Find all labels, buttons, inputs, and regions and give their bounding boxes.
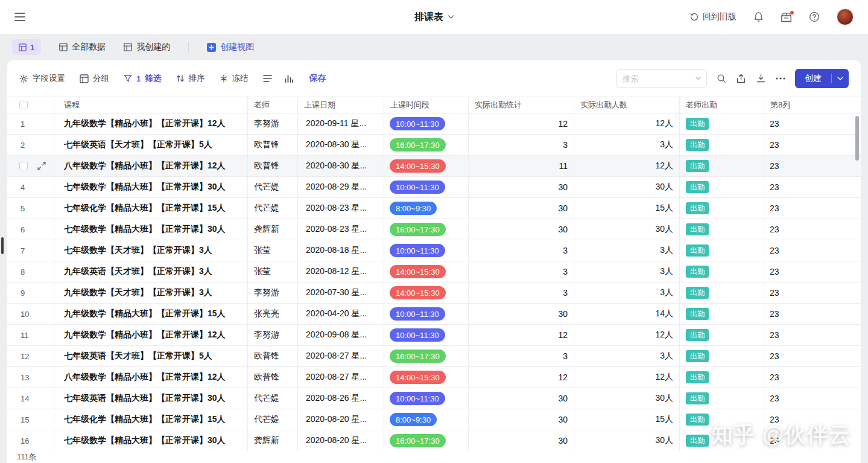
col8-cell[interactable]: 23 xyxy=(764,219,861,240)
time-cell[interactable]: 16:00~17:30 xyxy=(384,135,469,155)
table-row[interactable]: 1 九年级数学【精品小班】【正常开课】12人 李努游 2020-09-11 星.… xyxy=(7,113,861,135)
col8-cell[interactable]: 23 xyxy=(764,113,861,134)
teacher-cell[interactable]: 欧普锋 xyxy=(248,367,298,388)
row-handle-cell[interactable]: 16 xyxy=(14,430,54,451)
time-cell[interactable]: 10:00~11:30 xyxy=(384,304,469,324)
attendance-cell[interactable]: 出勤 xyxy=(680,156,764,176)
course-cell[interactable]: 七年级英语【天才班】【正常开课】5人 xyxy=(54,135,248,155)
vertical-scrollbar-thumb[interactable] xyxy=(855,116,859,161)
time-cell[interactable]: 10:00~11:30 xyxy=(384,388,469,409)
table-row[interactable]: 15 七年级化学【精品大班】【正常开课】15人 代芒媞 2020-08-20 星… xyxy=(7,409,861,430)
inbox-icon[interactable] xyxy=(781,12,792,22)
col8-cell[interactable]: 23 xyxy=(764,283,861,303)
stat-cell[interactable]: 12 xyxy=(469,113,574,134)
row-handle-cell[interactable]: 12 xyxy=(14,346,54,366)
date-cell[interactable]: 2020-08-20 星... xyxy=(298,409,384,430)
page-title-dropdown[interactable]: 排课表 xyxy=(414,11,454,24)
attendance-cell[interactable]: 出勤 xyxy=(680,240,764,261)
table-row[interactable]: 7 七年级数学【天才班】【正常开课】3人 张莹 2020-08-18 星... … xyxy=(7,240,861,261)
col8-cell[interactable]: 23 xyxy=(764,430,861,451)
field-settings-button[interactable]: 字段设置 xyxy=(19,73,65,84)
teacher-cell[interactable]: 李努游 xyxy=(248,283,298,303)
stat-cell[interactable]: 30 xyxy=(469,198,574,219)
time-cell[interactable]: 10:00~11:30 xyxy=(384,177,469,197)
date-cell[interactable]: 2020-08-27 星... xyxy=(298,367,384,388)
teacher-cell[interactable]: 龚辉新 xyxy=(248,219,298,240)
stat-cell[interactable]: 3 xyxy=(469,240,574,261)
course-cell[interactable]: 七年级数学【天才班】【正常开课】3人 xyxy=(54,240,248,261)
row-handle-cell[interactable]: 6 xyxy=(14,219,54,240)
tab-active-view[interactable]: 1 xyxy=(12,39,41,55)
search-box[interactable] xyxy=(616,69,707,88)
stat-cell[interactable]: 30 xyxy=(469,304,574,324)
table-row[interactable]: 6 七年级数学【精品大班】【正常开课】30人 龚辉新 2020-08-23 星.… xyxy=(7,219,861,240)
stat-cell[interactable]: 3 xyxy=(469,261,574,282)
count-cell[interactable]: 12人 xyxy=(574,325,680,345)
time-cell[interactable]: 14:00~15:30 xyxy=(384,283,469,303)
date-cell[interactable]: 2020-08-30 星... xyxy=(298,135,384,155)
count-cell[interactable]: 3人 xyxy=(574,261,680,282)
stat-cell[interactable]: 3 xyxy=(469,346,574,366)
attendance-cell[interactable]: 出勤 xyxy=(680,367,764,388)
attendance-cell[interactable]: 出勤 xyxy=(680,198,764,219)
table-row[interactable]: 3 八年级数学【精品小班】【正常开课】12人 欧普锋 2020-08-30 星.… xyxy=(7,156,861,177)
attendance-cell[interactable]: 出勤 xyxy=(680,409,764,430)
teacher-cell[interactable]: 张莹 xyxy=(248,240,298,261)
teacher-cell[interactable]: 李努游 xyxy=(248,325,298,345)
search-icon[interactable] xyxy=(717,74,726,83)
table-row[interactable]: 2 七年级英语【天才班】【正常开课】5人 欧普锋 2020-08-30 星...… xyxy=(7,135,861,156)
tab-all-data[interactable]: 全部数据 xyxy=(59,42,106,53)
course-cell[interactable]: 七年级数学【精品大班】【正常开课】30人 xyxy=(54,430,248,451)
count-cell[interactable]: 3人 xyxy=(574,283,680,303)
stat-cell[interactable]: 12 xyxy=(469,325,574,345)
date-cell[interactable]: 2020-09-08 星... xyxy=(298,325,384,345)
col8-cell[interactable]: 23 xyxy=(764,135,861,155)
stat-cell[interactable]: 3 xyxy=(469,283,574,303)
date-cell[interactable]: 2020-08-26 星... xyxy=(298,388,384,409)
course-cell[interactable]: 九年级数学【精品大班】【正常开课】15人 xyxy=(54,304,248,324)
row-checkbox[interactable] xyxy=(19,162,28,170)
attendance-cell[interactable]: 出勤 xyxy=(680,135,764,155)
count-cell[interactable]: 3人 xyxy=(574,240,680,261)
create-button[interactable]: 创建 xyxy=(795,69,849,88)
course-cell[interactable]: 七年级数学【精品大班】【正常开课】30人 xyxy=(54,219,248,240)
save-button[interactable]: 保存 xyxy=(309,73,326,84)
teacher-cell[interactable]: 代芒媞 xyxy=(248,388,298,409)
teacher-cell[interactable]: 李努游 xyxy=(248,113,298,134)
count-cell[interactable]: 30人 xyxy=(574,388,680,409)
freeze-button[interactable]: 冻结 xyxy=(220,73,249,84)
table-row[interactable]: 5 七年级化学【精品大班】【正常开课】15人 代芒媞 2020-08-23 星.… xyxy=(7,198,861,219)
more-icon[interactable] xyxy=(776,77,785,80)
column-header-teacher[interactable]: 老师 xyxy=(248,97,298,113)
count-cell[interactable]: 3人 xyxy=(574,135,680,155)
table-row[interactable]: 11 九年级数学【精品小班】【正常开课】12人 李努游 2020-09-08 星… xyxy=(7,325,861,346)
date-cell[interactable]: 2020-08-23 星... xyxy=(298,219,384,240)
stat-cell[interactable]: 30 xyxy=(469,219,574,240)
help-icon[interactable] xyxy=(809,11,820,22)
download-icon[interactable] xyxy=(756,74,766,83)
avatar[interactable] xyxy=(837,8,854,25)
attendance-cell[interactable]: 出勤 xyxy=(680,346,764,366)
count-cell[interactable]: 30人 xyxy=(574,430,680,451)
date-cell[interactable]: 2020-08-23 星... xyxy=(298,198,384,219)
teacher-cell[interactable]: 张莹 xyxy=(248,261,298,282)
col8-cell[interactable]: 23 xyxy=(764,346,861,366)
row-handle-cell[interactable]: 2 xyxy=(14,135,54,155)
time-cell[interactable]: 10:00~11:30 xyxy=(384,240,469,261)
row-handle-cell[interactable]: 5 xyxy=(14,198,54,219)
stat-cell[interactable]: 11 xyxy=(469,156,574,176)
column-header-time[interactable]: 上课时间段 xyxy=(384,97,469,113)
col8-cell[interactable]: 23 xyxy=(764,198,861,219)
date-cell[interactable]: 2020-08-30 星... xyxy=(298,156,384,176)
stat-cell[interactable]: 30 xyxy=(469,409,574,430)
col8-cell[interactable]: 23 xyxy=(764,325,861,345)
teacher-cell[interactable]: 欧普锋 xyxy=(248,346,298,366)
stat-cell[interactable]: 30 xyxy=(469,177,574,197)
time-cell[interactable]: 16:00~17:30 xyxy=(384,430,469,451)
col8-cell[interactable]: 23 xyxy=(764,367,861,388)
filter-button[interactable]: 1 筛选 xyxy=(124,73,162,84)
time-cell[interactable]: 16:00~17:30 xyxy=(384,346,469,366)
stat-cell[interactable]: 12 xyxy=(469,367,574,388)
course-cell[interactable]: 八年级数学【精品小班】【正常开课】12人 xyxy=(54,156,248,176)
date-cell[interactable]: 2020-08-27 星... xyxy=(298,346,384,366)
